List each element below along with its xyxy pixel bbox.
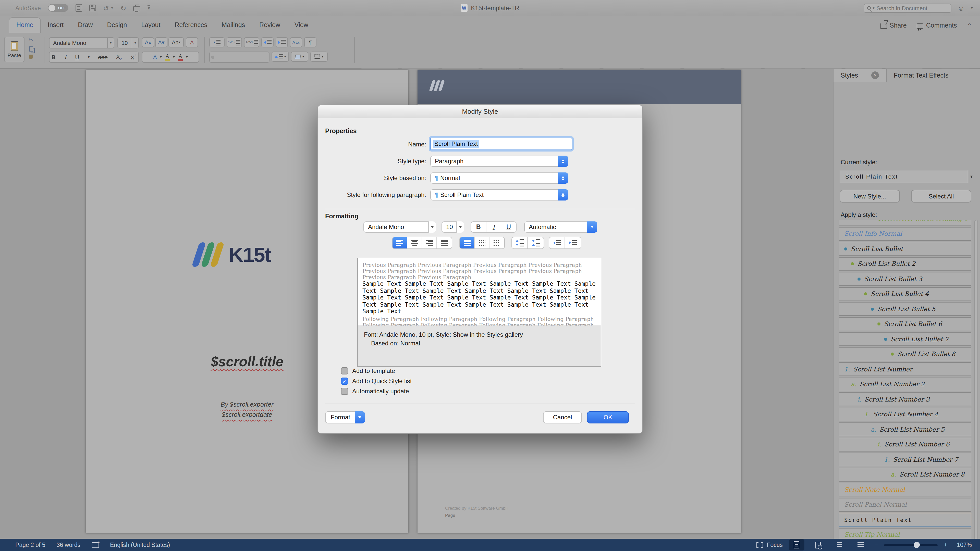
new-document-icon[interactable]	[76, 4, 82, 12]
format-size-dropdown[interactable]: 10	[442, 221, 464, 233]
print-layout-view-button[interactable]	[789, 539, 804, 551]
sort-button[interactable]: A↓Z	[290, 37, 302, 48]
ribbon-tab-design[interactable]: Design	[100, 18, 134, 33]
ribbon-tab-draw[interactable]: Draw	[71, 18, 100, 33]
ribbon-tab-mailings[interactable]: Mailings	[215, 18, 252, 33]
style-item-scroll-list-number-5[interactable]: a.Scroll List Number 5	[838, 422, 971, 436]
style-item-scroll-list-bullet-4[interactable]: Scroll List Bullet 4	[838, 287, 971, 301]
checkbox-icon[interactable]	[341, 388, 348, 395]
clear-formatting-button[interactable]: A	[186, 37, 198, 48]
copy-icon[interactable]	[29, 46, 33, 52]
following-paragraph-dropdown[interactable]: ¶Scroll Plain Text	[430, 189, 568, 200]
ribbon-tab-references[interactable]: References	[167, 18, 215, 33]
increase-indent-button[interactable]	[275, 37, 288, 48]
feedback-smiley-icon[interactable]: ☺	[957, 4, 965, 12]
cancel-button[interactable]: Cancel	[543, 411, 582, 424]
line-spacing-button[interactable]: ▾	[272, 52, 289, 62]
font-color-dropdown[interactable]: Automatic	[524, 221, 597, 233]
checkbox-icon[interactable]	[341, 367, 348, 375]
style-item-scroll-heading-6[interactable]: 1.1.1.1.1.1.Scroll Heading 6	[838, 220, 971, 225]
style-item-scroll-list-number-7[interactable]: 1.Scroll List Number 7	[838, 453, 971, 466]
text-effects-button[interactable]: A	[153, 54, 157, 60]
bold-toggle[interactable]: B	[471, 222, 486, 232]
web-layout-view-button[interactable]	[810, 539, 826, 551]
ribbon-tab-home[interactable]: Home	[9, 18, 41, 33]
feedback-dropdown-icon[interactable]: ▾	[971, 6, 973, 10]
save-icon[interactable]	[89, 5, 96, 11]
style-item-scroll-list-bullet-5[interactable]: Scroll List Bullet 5	[838, 302, 971, 316]
ribbon-tab-review[interactable]: Review	[252, 18, 287, 33]
style-name-input[interactable]: Scroll Plain Text	[430, 138, 572, 150]
share-button[interactable]: Share	[880, 22, 907, 29]
style-item-scroll-list-number[interactable]: 1.Scroll List Number	[838, 362, 971, 376]
shading-button[interactable]: ▾	[291, 52, 308, 62]
decrease-indent-toggle[interactable]	[549, 237, 565, 248]
borders-button[interactable]: ▾	[310, 52, 328, 62]
bold-button[interactable]: B	[52, 54, 56, 60]
multilevel-list-button[interactable]: 1·2·3	[244, 37, 259, 48]
format-menu-button[interactable]: Format	[325, 411, 365, 424]
new-style-button[interactable]: New Style...	[840, 190, 900, 203]
grow-font-button[interactable]: A▴	[142, 37, 154, 48]
underline-toggle[interactable]: U	[501, 222, 516, 232]
search-scope-icon[interactable]: ▾	[873, 6, 874, 10]
outline-view-button[interactable]	[832, 539, 847, 551]
style-item-scroll-list-number-4[interactable]: 1.Scroll List Number 4	[838, 407, 971, 421]
style-item-scroll-list-bullet-6[interactable]: Scroll List Bullet 6	[838, 317, 971, 331]
zoom-percentage[interactable]: 107%	[953, 542, 972, 548]
dialog-checkbox-add-to-quick-style-list[interactable]: ✓Add to Quick Style list	[341, 378, 412, 385]
search-input[interactable]: ▾ Search in Document	[863, 3, 951, 13]
select-all-button[interactable]: Select All	[911, 190, 971, 203]
align-left-toggle[interactable]	[393, 237, 407, 248]
cut-icon[interactable]: ✂	[29, 37, 33, 43]
redo-icon[interactable]: ↻	[120, 4, 126, 11]
draft-view-button[interactable]	[853, 539, 869, 551]
bullets-button[interactable]: •	[209, 37, 224, 48]
align-left-button[interactable]	[211, 56, 215, 59]
zoom-slider[interactable]	[884, 544, 938, 546]
current-style-dropdown-icon[interactable]: ▾	[970, 174, 973, 179]
current-style-combo[interactable]: Scroll Plain Text	[840, 170, 968, 183]
underline-dropdown-icon[interactable]: ▾	[88, 55, 89, 59]
underline-button[interactable]: U	[75, 54, 79, 60]
customize-toolbar-icon[interactable]: ▾	[148, 5, 150, 11]
style-item-scroll-note-normal[interactable]: Scroll Note Normal	[838, 483, 971, 496]
style-item-scroll-info-normal[interactable]: Scroll Info Normal	[838, 227, 971, 241]
align-center-toggle[interactable]	[407, 237, 422, 248]
word-count[interactable]: 36 words	[57, 542, 80, 548]
single-spacing-toggle[interactable]	[460, 237, 475, 248]
comments-button[interactable]: Comments	[917, 22, 957, 29]
double-spacing-toggle[interactable]	[490, 237, 504, 248]
ribbon-font-size-combo[interactable]: 10▾	[118, 37, 139, 48]
shrink-font-button[interactable]: A▾	[155, 37, 167, 48]
ribbon-tab-insert[interactable]: Insert	[41, 18, 71, 33]
subscript-button[interactable]: X2	[116, 54, 122, 61]
language-indicator[interactable]: English (United States)	[110, 542, 170, 548]
collapse-ribbon-icon[interactable]: ⌃	[967, 22, 972, 29]
style-item-scroll-list-bullet[interactable]: Scroll List Bullet	[838, 242, 971, 256]
zoom-out-button[interactable]: −	[875, 542, 878, 548]
strikethrough-button[interactable]: abe	[98, 54, 108, 60]
style-type-dropdown[interactable]: Paragraph	[430, 156, 568, 167]
paste-button[interactable]: Paste	[4, 37, 24, 62]
numbering-button[interactable]: 1·2·3	[227, 37, 242, 48]
ok-button[interactable]: OK	[587, 411, 629, 424]
format-painter-icon[interactable]	[29, 55, 33, 59]
ribbon-font-name-combo[interactable]: Andale Mono▾	[49, 37, 115, 48]
show-paragraph-marks-button[interactable]: ¶	[304, 37, 317, 48]
change-case-button[interactable]: Aa▾	[169, 37, 184, 48]
style-item-scroll-list-number-2[interactable]: a.Scroll List Number 2	[838, 377, 971, 391]
autosave-toggle[interactable]: OFF	[48, 4, 68, 12]
dialog-checkbox-add-to-template[interactable]: Add to template	[341, 367, 412, 375]
undo-icon[interactable]: ↺	[103, 4, 109, 11]
style-item-scroll-list-number-8[interactable]: a.Scroll List Number 8	[838, 468, 971, 481]
highlight-button[interactable]: A	[165, 54, 170, 61]
ribbon-tab-view[interactable]: View	[287, 18, 315, 33]
format-font-dropdown[interactable]: Andale Mono	[363, 221, 436, 233]
proofing-status-icon[interactable]: ×	[92, 542, 99, 548]
style-item-scroll-plain-text[interactable]: Scroll Plain Text	[838, 513, 971, 527]
style-list-scrollbar[interactable]	[974, 220, 978, 551]
page-indicator[interactable]: Page 2 of 5	[15, 542, 45, 548]
style-item-scroll-list-bullet-2[interactable]: Scroll List Bullet 2	[838, 257, 971, 271]
italic-toggle[interactable]: I	[486, 222, 501, 232]
